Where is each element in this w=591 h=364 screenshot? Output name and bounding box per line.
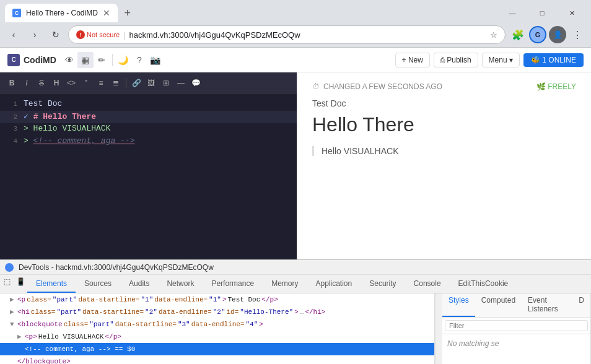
devtools-tab-application[interactable]: Application (307, 275, 361, 293)
back-button[interactable]: ‹ (5, 26, 22, 43)
comment-button[interactable]: 💬 (189, 76, 203, 90)
help-button[interactable]: ? (131, 52, 147, 68)
expand-arrow[interactable]: ▼ (10, 319, 16, 330)
new-button[interactable]: + New (395, 53, 430, 67)
menu-button[interactable]: Menu ▾ (482, 53, 520, 67)
filter-bar (442, 318, 590, 334)
address-field[interactable]: ! Not secure | hackmd.vh:3000/vhj4Ggu4Qv… (68, 25, 506, 44)
minimize-button[interactable]: — (498, 4, 527, 22)
html-line-1[interactable]: ▶ <p class="part" data-startline="1" dat… (0, 293, 434, 306)
codimd-toolbar: C CodiMD 👁 ▦ ✏ 🌙 ? 📷 + New ⎙ Publish Men… (0, 48, 591, 72)
tab-close-button[interactable]: ✕ (103, 8, 110, 18)
devtools-panel: DevTools - hackmd.vh:3000/vhj4Ggu4QvKqPS… (0, 259, 591, 364)
devtools-tab-security[interactable]: Security (361, 275, 405, 293)
link-button[interactable]: 🔗 (129, 76, 143, 90)
avatar[interactable]: 👤 (549, 26, 566, 43)
camera-button[interactable]: 📷 (147, 52, 164, 68)
devtools-tab-performance[interactable]: Performance (203, 275, 263, 293)
editor-pane: B I S H <> " ≡ ≣ 🔗 🖼 ⊞ — 💬 1 Test Doc 2 (0, 72, 297, 259)
ul-button[interactable]: ≡ (94, 76, 108, 90)
devtools-tab-sources[interactable]: Sources (76, 275, 120, 293)
html-line-6[interactable]: </blockquote> (0, 355, 434, 364)
expand-arrow[interactable]: ▶ (10, 294, 16, 305)
refresh-button[interactable]: ↻ (47, 26, 64, 43)
line-content-3: > Hello VISUALHACK (24, 124, 292, 133)
forward-button[interactable]: › (26, 26, 43, 43)
pencil-button[interactable]: ✏ (94, 52, 110, 68)
extensions-icon[interactable]: 🧩 (509, 26, 527, 43)
browser-titlebar: C Hello There - CodiMD ✕ + — □ ✕ ‹ › ↻ !… (0, 0, 591, 48)
ol-button[interactable]: ≣ (109, 76, 123, 90)
html-line-3[interactable]: ▼ <blockquote class="part" data-startlin… (0, 318, 434, 331)
devtools-tab-editthiscookie[interactable]: EditThisCookie (450, 275, 517, 293)
scroll-area[interactable] (435, 293, 442, 364)
table-button[interactable]: ⊞ (159, 76, 173, 90)
main-area: B I S H <> " ≡ ≣ 🔗 🖼 ⊞ — 💬 1 Test Doc 2 (0, 72, 591, 259)
expand-arrow[interactable]: ▶ (17, 331, 24, 342)
preview-heading: Hello There (312, 113, 576, 136)
html-line-2[interactable]: ▶ <h1 class="part" data-startline="2" da… (0, 306, 434, 318)
styles-subtabs: Styles Computed Event Listeners D (442, 293, 590, 318)
edit-button[interactable]: ▦ (77, 52, 94, 68)
not-secure-indicator: ! Not secure (76, 30, 120, 39)
styles-tab-event-listeners[interactable]: Event Listeners (522, 293, 572, 317)
url-text: hackmd.vh:3000/vhj4Ggu4QvKqPSDzMEcOQw (129, 30, 486, 40)
toolbar-separator (112, 54, 113, 66)
more-options-button[interactable]: ⋮ (569, 26, 586, 43)
tab-title: Hello There - CodiMD (26, 9, 98, 17)
devtools-tab-elements[interactable]: Elements (27, 275, 76, 293)
publish-button[interactable]: ⎙ Publish (434, 53, 478, 67)
expand-arrow[interactable] (10, 356, 16, 364)
quote-button[interactable]: " (79, 76, 93, 90)
line-number-4: 4 (5, 137, 17, 145)
code-button[interactable]: <> (64, 76, 78, 90)
devtools-tab-memory[interactable]: Memory (263, 275, 307, 293)
hr-button[interactable]: — (174, 76, 188, 90)
line-content-4: > <!-- comment, aga --> (24, 136, 292, 145)
styles-tab-computed[interactable]: Computed (475, 293, 522, 317)
devtools-tab-console[interactable]: Console (405, 275, 450, 293)
heading-button[interactable]: H (50, 76, 63, 90)
close-button[interactable]: ✕ (558, 4, 586, 22)
preview-meta: ⏱ CHANGED A FEW SECONDS AGO 🌿 FREELY (312, 82, 576, 91)
devtools-tab-audits[interactable]: Audits (120, 275, 158, 293)
editor-line-2: 2 ✓ # Hello There (0, 111, 297, 123)
filter-input[interactable] (445, 320, 588, 331)
logo-text: CodiMD (24, 55, 56, 65)
styles-tab-styles[interactable]: Styles (442, 293, 475, 317)
no-match-text: No matching se (442, 334, 590, 353)
new-tab-button[interactable]: + (120, 6, 135, 20)
elements-panel: ▶ <p class="part" data-startline="1" dat… (0, 293, 435, 364)
profile-badge[interactable]: G (529, 26, 546, 43)
styles-tab-d[interactable]: D (572, 293, 590, 317)
html-line-4[interactable]: ▶ <p> Hello VISUALHACK </p> (0, 331, 434, 343)
tab-favicon: C (12, 9, 21, 17)
devtools-titlebar: DevTools - hackmd.vh:3000/vhj4Ggu4QvKqPS… (0, 260, 591, 275)
devtools-tabs: ⬚ 📱 Elements Sources Audits Network Perf… (0, 275, 591, 293)
warning-icon: ! (76, 30, 85, 39)
online-button[interactable]: 🐝 1 ONLINE (523, 53, 584, 67)
bookmark-icon[interactable]: ☆ (490, 30, 497, 40)
editor-line-1: 1 Test Doc (0, 98, 297, 111)
moon-button[interactable]: 🌙 (115, 52, 131, 68)
devtools-inspect-button[interactable]: ⬚ (0, 275, 14, 288)
browser-icons: 🧩 G 👤 ⋮ (509, 26, 586, 43)
devtools-device-button[interactable]: 📱 (14, 275, 27, 288)
blockquote-text: Hello VISUALHACK (322, 146, 399, 156)
line-number-2: 2 (5, 113, 17, 121)
code-editor[interactable]: 1 Test Doc 2 ✓ # Hello There 3 > Hello V… (0, 93, 297, 259)
maximize-button[interactable]: □ (528, 4, 556, 22)
bold-button[interactable]: B (5, 76, 19, 90)
view-button[interactable]: 👁 (61, 52, 77, 68)
logo-icon: C (7, 54, 20, 66)
html-line-5[interactable]: <!-- comment, aga --> == $0 (0, 343, 434, 355)
expand-arrow[interactable] (17, 344, 24, 355)
devtools-tab-network[interactable]: Network (158, 275, 203, 293)
freely-label: 🌿 FREELY (536, 82, 576, 91)
italic-button[interactable]: I (20, 76, 33, 90)
strikethrough-button[interactable]: S (35, 76, 48, 90)
browser-tab[interactable]: C Hello There - CodiMD ✕ (5, 4, 118, 22)
expand-arrow[interactable]: ▶ (10, 306, 16, 318)
editor-line-3: 3 > Hello VISUALHACK (0, 123, 297, 136)
image-button[interactable]: 🖼 (144, 76, 158, 90)
